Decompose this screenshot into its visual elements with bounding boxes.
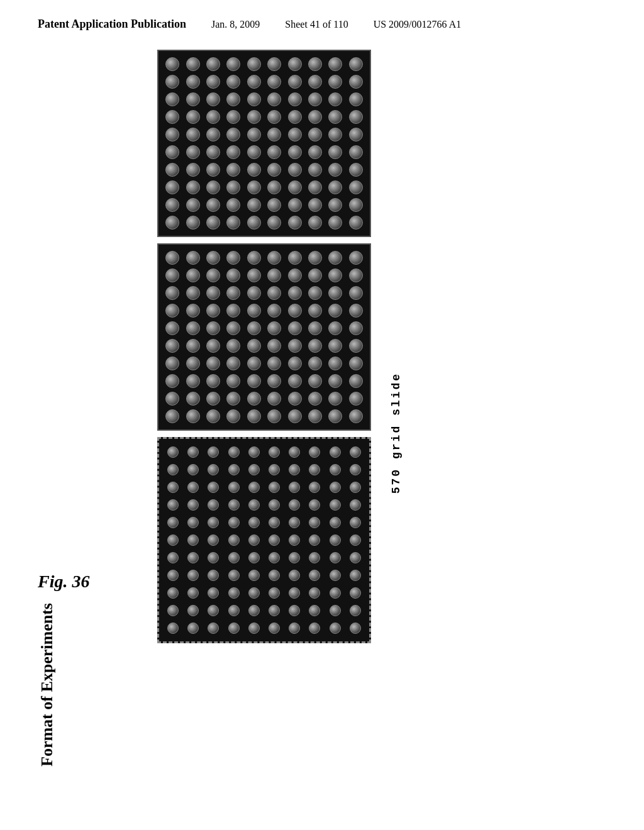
format-label: Format of Experiments (38, 603, 57, 766)
dot (328, 110, 342, 124)
dot (186, 409, 200, 423)
dot (165, 286, 179, 300)
dot-row (163, 497, 365, 513)
dot (267, 304, 281, 318)
dot (289, 622, 300, 634)
dot (167, 482, 179, 493)
dot (186, 374, 200, 388)
dot (228, 587, 240, 599)
dot (350, 499, 361, 511)
dot (226, 180, 240, 194)
dot (308, 304, 322, 318)
dot (267, 128, 281, 141)
dot (165, 268, 179, 282)
dot (226, 163, 240, 177)
dot (308, 128, 322, 141)
dot (309, 587, 320, 599)
dot (309, 499, 320, 511)
dot-row (162, 74, 366, 90)
dot (228, 517, 240, 528)
dot (309, 517, 320, 528)
dot (288, 110, 302, 124)
dot (228, 622, 240, 634)
dot (288, 251, 302, 265)
dot (308, 145, 322, 159)
dot (187, 570, 199, 581)
dot (228, 499, 240, 511)
dot-row (163, 532, 365, 548)
dot (349, 75, 363, 89)
dot (288, 216, 302, 230)
dot (328, 75, 342, 89)
dot (267, 268, 281, 282)
dot-row (162, 126, 366, 143)
dot (269, 622, 280, 634)
dot (208, 622, 219, 634)
dot (350, 446, 361, 458)
dot (309, 570, 320, 581)
dot (267, 286, 281, 300)
dot (330, 517, 341, 528)
dot (308, 180, 322, 194)
dot (226, 251, 240, 265)
dot (247, 251, 261, 265)
dot (267, 198, 281, 212)
dot (330, 464, 341, 475)
dot (330, 552, 341, 563)
dot (288, 180, 302, 194)
dot (289, 517, 300, 528)
dot (187, 534, 199, 546)
dot (269, 605, 280, 616)
dot (187, 446, 199, 458)
dot (187, 622, 199, 634)
dot (208, 552, 219, 563)
dot (208, 464, 219, 475)
dot (269, 482, 280, 493)
dot (328, 321, 342, 335)
dot (226, 57, 240, 71)
dot (350, 482, 361, 493)
dot (208, 517, 219, 528)
dot (309, 464, 320, 475)
bottom-grid (157, 437, 371, 643)
dot-row (163, 585, 365, 601)
dot (186, 321, 200, 335)
dot (308, 268, 322, 282)
dot (186, 216, 200, 230)
dot (328, 128, 342, 141)
dot (289, 534, 300, 546)
dot (309, 534, 320, 546)
dot (186, 128, 200, 141)
dot (330, 587, 341, 599)
dot (187, 482, 199, 493)
dot (267, 357, 281, 370)
dot (289, 499, 300, 511)
right-label: 570 grid slide (377, 43, 415, 811)
side-annotation: 570 grid slide (390, 372, 402, 494)
dot (186, 198, 200, 212)
dot (349, 180, 363, 194)
dot (349, 251, 363, 265)
dot (349, 145, 363, 159)
dot (248, 534, 260, 546)
dot (308, 409, 322, 423)
dot-row (162, 197, 366, 213)
dot (186, 392, 200, 406)
dot (269, 570, 280, 581)
dot (267, 145, 281, 159)
dot (288, 286, 302, 300)
dot (308, 92, 322, 106)
dot (165, 163, 179, 177)
dot (248, 570, 260, 581)
dot (349, 304, 363, 318)
dot (308, 75, 322, 89)
dot (308, 339, 322, 353)
dot (206, 180, 220, 194)
dot (289, 605, 300, 616)
dot (206, 75, 220, 89)
dot (206, 198, 220, 212)
dot (167, 464, 179, 475)
dot (247, 216, 261, 230)
dot (330, 482, 341, 493)
dot (226, 75, 240, 89)
